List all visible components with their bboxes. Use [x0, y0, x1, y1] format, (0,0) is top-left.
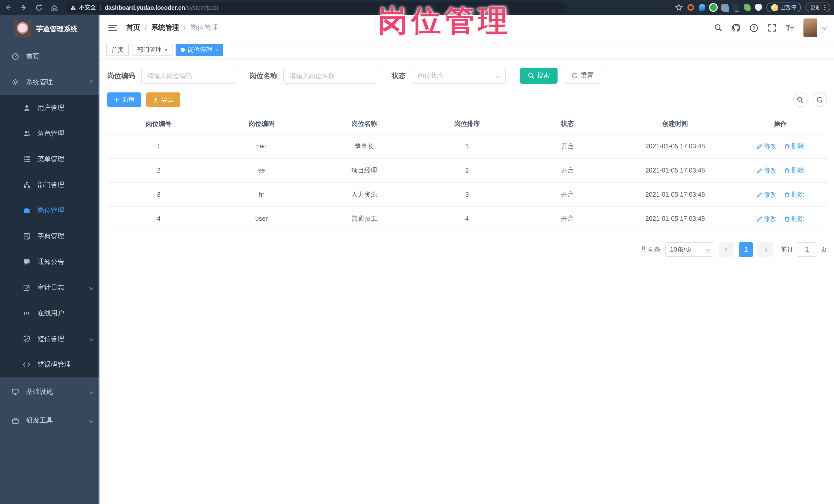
users-icon [23, 130, 30, 137]
font-size-icon[interactable] [785, 23, 794, 32]
add-button-label: 新增 [122, 95, 134, 104]
edit-link[interactable]: 修改 [757, 190, 777, 199]
help-icon[interactable]: ? [749, 23, 759, 32]
breadcrumb-system[interactable]: 系统管理 [151, 23, 179, 32]
sidebar-item-home[interactable]: 首页 [0, 44, 100, 69]
edit-link[interactable]: 修改 [757, 142, 777, 151]
collapse-sidebar-icon[interactable] [108, 24, 117, 31]
sidebar-item-notice-mgmt[interactable]: 通知公告 [0, 249, 100, 275]
extension-blue-pin-icon[interactable] [699, 4, 705, 11]
status-select[interactable]: 岗位状态 [412, 68, 506, 84]
toggle-search-button[interactable] [793, 92, 807, 107]
export-button[interactable]: 导出 [146, 92, 180, 107]
search-icon[interactable] [714, 23, 723, 32]
annotation-overlay-title: 岗位管理 [378, 1, 511, 41]
table-row[interactable]: 1 ceo 董事长 1 开启 2021-01-05 17:03:48 修改 删除 [107, 134, 827, 159]
bookmark-star-icon[interactable] [675, 4, 683, 11]
cell-created-time: 2021-01-05 17:03:48 [616, 215, 734, 222]
sidebar-item-dept-mgmt[interactable]: 部门管理 [0, 172, 100, 198]
extension-dark-badge-icon[interactable] [732, 4, 739, 11]
breadcrumb-home[interactable]: 首页 [126, 23, 140, 32]
sidebar-item-audit-log[interactable]: 审计日志 [0, 275, 100, 300]
fullscreen-icon[interactable] [767, 23, 776, 32]
close-icon[interactable]: × [215, 47, 218, 53]
table-row[interactable]: 2 se 项目经理 2 开启 2021-01-05 17:03:48 修改 删除 [107, 159, 827, 183]
cell-post-name: 普通员工 [313, 214, 416, 223]
github-icon[interactable] [731, 23, 741, 32]
home-icon[interactable] [50, 3, 59, 12]
forward-icon[interactable] [20, 3, 28, 12]
column-header: 岗位排序 [416, 119, 518, 128]
extension-grid-icon[interactable] [721, 4, 728, 11]
table-toolbar: 新增 导出 [107, 92, 827, 107]
post-code-input[interactable] [141, 68, 235, 84]
avatar-caret-icon[interactable] [822, 26, 827, 30]
cell-post-code: hr [210, 191, 313, 198]
edit-link[interactable]: 修改 [757, 214, 777, 223]
user-avatar[interactable] [803, 19, 817, 37]
prev-page-button[interactable] [719, 242, 733, 257]
extension-green-check-icon[interactable] [710, 4, 717, 11]
tab-dept-mgmt[interactable]: 部门管理 × [132, 44, 173, 56]
sidebar-item-post-mgmt[interactable]: 岗位管理 [0, 198, 100, 223]
status-select-placeholder: 岗位状态 [418, 71, 443, 80]
update-browser-button[interactable]: 更新 [806, 3, 830, 12]
org-tree-icon [23, 181, 30, 189]
next-page-button[interactable] [758, 242, 773, 257]
cell-actions: 修改 删除 [734, 142, 827, 151]
sidebar-item-system[interactable]: 系统管理 [0, 69, 100, 95]
browser-menu-kebab-icon[interactable] [824, 5, 825, 10]
sidebar-item-devtools[interactable]: 研发工具 [0, 406, 100, 435]
chevron-down-icon [89, 285, 94, 290]
sidebar-item-user-mgmt[interactable]: 用户管理 [0, 95, 100, 121]
sidebar-item-role-mgmt[interactable]: 角色管理 [0, 121, 100, 146]
sidebar-item-infrastructure[interactable]: 基础设施 [0, 377, 100, 406]
cell-post-name: 董事长 [313, 142, 416, 151]
chevron-down-icon [706, 247, 710, 252]
goto-page-input[interactable] [797, 242, 817, 257]
refresh-table-button[interactable] [812, 92, 827, 107]
sidebar-item-errorcode-mgmt[interactable]: 错误码管理 [0, 352, 100, 377]
security-chip[interactable]: 不安全 [70, 4, 96, 11]
refresh-icon [816, 96, 823, 103]
sidebar-item-sms-mgmt[interactable]: 短信管理 [0, 326, 100, 352]
tab-home[interactable]: 首页 [106, 44, 129, 56]
sidebar-item-menu-mgmt[interactable]: 菜单管理 [0, 146, 100, 172]
column-header: 岗位名称 [313, 119, 416, 128]
divider [100, 4, 101, 11]
export-button-label: 导出 [161, 95, 174, 104]
chevron-up-icon [89, 80, 94, 85]
cell-post-status: 开启 [519, 166, 616, 175]
back-icon[interactable] [4, 3, 12, 12]
tab-post-mgmt[interactable]: 岗位管理 × [176, 44, 223, 56]
chevron-down-icon [89, 337, 94, 341]
delete-link[interactable]: 删除 [785, 214, 804, 223]
reset-button[interactable]: 重置 [564, 68, 601, 84]
table-row[interactable]: 4 user 普通员工 4 开启 2021-01-05 17:03:48 修改 … [107, 207, 827, 231]
tab-label: 部门管理 [137, 45, 162, 54]
page-number-button[interactable]: 1 [739, 242, 753, 257]
extension-orange-icon[interactable] [687, 4, 694, 11]
edit-link[interactable]: 修改 [757, 166, 777, 175]
delete-link[interactable]: 删除 [785, 142, 804, 151]
reload-icon[interactable] [35, 3, 43, 12]
extensions-puzzle-icon[interactable] [755, 4, 762, 11]
sidebar-item-online-users[interactable]: 在线用户 [0, 300, 100, 326]
table-row[interactable]: 3 hr 人力资源 3 开启 2021-01-05 17:03:48 修改 删除 [107, 183, 827, 207]
sidebar-item-dict-mgmt[interactable]: 字典管理 [0, 223, 100, 249]
edit-icon [757, 192, 762, 197]
page-size-select[interactable]: 10条/页 [665, 242, 714, 257]
add-button[interactable]: 新增 [107, 92, 141, 107]
post-name-input[interactable] [283, 68, 377, 84]
delete-link[interactable]: 删除 [785, 190, 804, 199]
cell-post-id: 4 [107, 215, 210, 222]
app-logo-image [14, 21, 31, 38]
extension-green-leaf-icon[interactable] [744, 4, 750, 11]
close-icon[interactable]: × [164, 47, 168, 53]
search-button[interactable]: 搜索 [520, 68, 557, 84]
paused-badge[interactable]: 已暂停 [766, 3, 801, 12]
cell-post-sort: 2 [416, 167, 518, 174]
app-logo-row[interactable]: 芋道管理系统 [0, 15, 100, 44]
sidebar-item-label: 审计日志 [38, 283, 64, 292]
delete-link[interactable]: 删除 [785, 166, 804, 175]
